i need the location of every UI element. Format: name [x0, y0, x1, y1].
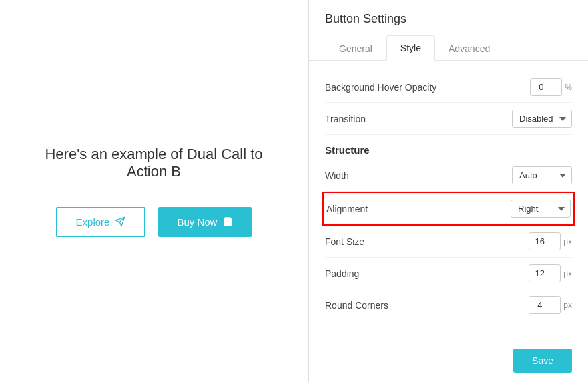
bg-hover-opacity-unit: %	[565, 83, 572, 92]
save-button[interactable]: Save	[513, 349, 572, 373]
panel-content: Background Hover Opacity % Transition Di…	[309, 61, 588, 339]
bg-hover-opacity-control: %	[530, 78, 572, 96]
preview-buttons: Explore Buy Now	[56, 207, 252, 237]
tab-general[interactable]: General	[325, 35, 386, 61]
width-select[interactable]: Auto Full	[512, 166, 572, 184]
buynow-button[interactable]: Buy Now	[158, 207, 252, 237]
padding-unit: px	[563, 269, 572, 278]
tab-advanced[interactable]: Advanced	[435, 35, 504, 61]
tab-style[interactable]: Style	[386, 35, 435, 61]
font-size-input[interactable]	[529, 232, 561, 250]
font-size-unit: px	[563, 237, 572, 246]
field-alignment: Alignment Left Center Right	[322, 192, 575, 226]
tabs: General Style Advanced	[325, 35, 572, 60]
field-width: Width Auto Full	[325, 160, 572, 192]
alignment-label: Alignment	[326, 204, 368, 214]
explore-button[interactable]: Explore	[56, 207, 146, 237]
settings-panel: Button Settings General Style Advanced B…	[308, 0, 588, 382]
panel-header: Button Settings General Style Advanced	[309, 0, 588, 61]
width-label: Width	[325, 170, 349, 181]
transition-select[interactable]: Disabled Enabled	[512, 110, 572, 128]
cart-icon	[222, 216, 233, 227]
width-control: Auto Full	[512, 166, 572, 184]
font-size-control: px	[529, 232, 572, 250]
padding-label: Padding	[325, 268, 359, 279]
explore-label: Explore	[76, 216, 110, 228]
field-transition: Transition Disabled Enabled	[325, 103, 572, 135]
bg-hover-opacity-label: Background Hover Opacity	[325, 82, 436, 93]
transition-control: Disabled Enabled	[512, 110, 572, 128]
panel-footer: Save	[309, 339, 588, 382]
bg-hover-opacity-input[interactable]	[530, 78, 562, 96]
padding-input[interactable]	[529, 264, 561, 282]
round-corners-control: px	[529, 296, 572, 314]
field-font-size: Font Size px	[325, 226, 572, 258]
field-round-corners: Round Corners px	[325, 289, 572, 321]
panel-title: Button Settings	[325, 12, 572, 26]
field-padding: Padding px	[325, 258, 572, 289]
preview-area: Here's an example of Dual Call to Action…	[0, 0, 308, 382]
send-icon	[115, 216, 125, 227]
alignment-control: Left Center Right	[511, 200, 571, 218]
round-corners-input[interactable]	[529, 296, 561, 314]
padding-control: px	[529, 264, 572, 282]
structure-section-title: Structure	[325, 135, 572, 160]
font-size-label: Font Size	[325, 236, 364, 247]
transition-label: Transition	[325, 114, 366, 124]
round-corners-label: Round Corners	[325, 300, 388, 311]
alignment-select[interactable]: Left Center Right	[511, 200, 571, 218]
round-corners-unit: px	[563, 301, 572, 310]
buynow-label: Buy Now	[177, 216, 217, 228]
field-bg-hover-opacity: Background Hover Opacity %	[325, 71, 572, 103]
preview-title: Here's an example of Dual Call to Action…	[27, 146, 281, 180]
